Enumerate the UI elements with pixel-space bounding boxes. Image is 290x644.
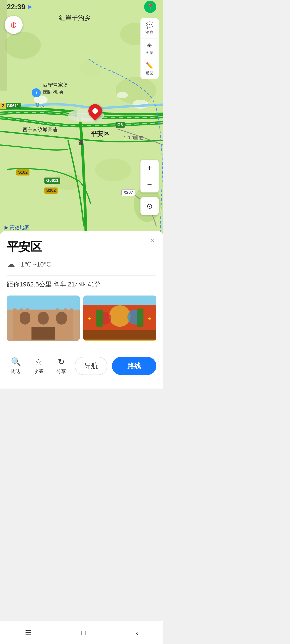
svg-rect-22: [26, 308, 29, 312]
road-badge-g2: 2: [0, 103, 6, 109]
road-badge-s102: S102: [16, 170, 30, 176]
road-badge-x207: X207: [121, 189, 135, 196]
share-button[interactable]: ↻ 分享: [52, 357, 70, 375]
temperature-text: -1℃ ~10℃: [19, 261, 51, 268]
collect-button[interactable]: ☆ 收藏: [30, 357, 48, 375]
gps-indicator: 📍: [144, 1, 156, 13]
close-button[interactable]: ×: [148, 236, 158, 246]
hamburger-icon: ☰: [25, 628, 32, 637]
svg-rect-26: [83, 297, 156, 305]
svg-rect-17: [38, 312, 49, 325]
photo-building[interactable]: [7, 296, 80, 341]
feedback-button[interactable]: ✏️ 反馈: [140, 59, 159, 79]
svg-rect-31: [96, 310, 103, 327]
my-location-button[interactable]: ⊙: [140, 197, 159, 215]
photo-festival[interactable]: ★ ★: [83, 296, 156, 341]
messages-button[interactable]: 💬 消息: [140, 18, 159, 38]
airport-label: 西宁曹家堡国际机场: [43, 82, 68, 96]
svg-point-28: [109, 305, 131, 327]
svg-rect-24: [64, 308, 67, 312]
svg-rect-19: [32, 327, 55, 340]
svg-rect-14: [7, 297, 80, 310]
map-toolbar: 💬 消息 ◈ 图层 ✏️ 反馈: [140, 18, 159, 79]
svg-rect-25: [70, 308, 73, 312]
route-button[interactable]: 路线: [112, 357, 156, 375]
layers-icon: ◈: [147, 42, 152, 49]
status-bar: 22:39 ▶ 📍: [0, 0, 163, 14]
back-button[interactable]: ‹: [129, 626, 145, 639]
location-pin: [88, 104, 102, 118]
nearby-button[interactable]: 🔍 周边: [7, 357, 25, 375]
compass[interactable]: ⊕: [5, 16, 23, 34]
messages-icon: 💬: [146, 21, 154, 29]
photo-row: ★ ★: [7, 296, 156, 341]
navigation-button[interactable]: 导航: [75, 357, 107, 375]
menu-button[interactable]: ☰: [18, 626, 38, 639]
svg-point-4: [116, 77, 156, 104]
system-nav-bar: ☰ □ ‹: [0, 621, 163, 644]
home-square-icon: □: [81, 628, 86, 637]
status-time: 22:39 ▶: [7, 3, 32, 11]
map-container[interactable]: 22:39 ▶ 📍 红崖子沟乡 ⊕ ✈ 西宁曹家堡国际机场 湟水 西宁南绕城高速…: [0, 0, 163, 238]
status-right: 📍: [144, 1, 156, 13]
weather-cloud-icon: ☁: [7, 260, 15, 269]
close-icon: ×: [151, 236, 155, 245]
svg-rect-16: [20, 312, 30, 325]
layers-button[interactable]: ◈ 图层: [140, 38, 159, 59]
svg-rect-18: [56, 312, 67, 325]
distance-text: 距你1962.5公里 驾车:21小时41分: [7, 280, 156, 289]
svg-rect-33: [83, 330, 156, 340]
home-button[interactable]: □: [75, 626, 92, 639]
svg-rect-23: [56, 308, 59, 312]
svg-point-3: [79, 59, 102, 77]
svg-text:★: ★: [148, 316, 152, 321]
location-pin-icon: 📍: [147, 4, 154, 10]
svg-point-10: [117, 92, 128, 98]
action-bar: 🔍 周边 ☆ 收藏 ↻ 分享 导航 路线: [0, 352, 163, 380]
amap-watermark: ▶ 高德地图: [5, 224, 30, 231]
road-badge-g0611b: G0611: [44, 178, 60, 184]
location-circle-icon: ⊙: [147, 202, 153, 210]
river-label: 湟水: [35, 102, 44, 109]
divider-1: [7, 275, 156, 276]
road-badge-g6: G6: [116, 122, 125, 128]
svg-point-11: [133, 100, 148, 109]
feedback-icon: ✏️: [146, 62, 154, 70]
bottom-sheet: × 平安区 ☁ -1℃ ~10℃ 距你1962.5公里 驾车:21小时41分: [0, 231, 163, 388]
amap-arrow-icon: ▶: [5, 225, 9, 230]
place-name-map-label: 平安区: [91, 130, 110, 138]
share-icon: ↻: [58, 357, 65, 366]
svg-rect-8: [0, 0, 7, 90]
zoom-in-button[interactable]: +: [140, 160, 159, 176]
star-icon: ☆: [35, 357, 42, 366]
road-badge-g0611a: G0611: [5, 103, 21, 109]
sheet-content: 平安区 ☁ -1℃ ~10℃ 距你1962.5公里 驾车:21小时41分: [0, 231, 163, 352]
navigation-arrow-icon: ▶: [28, 4, 32, 10]
zoom-out-button[interactable]: −: [140, 176, 159, 192]
svg-point-6: [95, 158, 131, 181]
place-title: 平安区: [7, 239, 156, 255]
highway-south-bypass-label: 西宁南绕城高速: [23, 126, 58, 133]
weather-row: ☁ -1℃ ~10℃: [7, 260, 156, 269]
road-badge-s202: S202: [44, 188, 58, 194]
road-109-label: 1-0-9国道: [123, 135, 143, 141]
svg-rect-20: [13, 308, 16, 312]
compass-icon: ⊕: [10, 20, 17, 30]
search-circle-icon: 🔍: [11, 357, 21, 366]
map-region-label: 红崖子沟乡: [59, 14, 91, 22]
svg-text:★: ★: [88, 316, 92, 321]
pin-head: [86, 102, 105, 121]
svg-rect-32: [137, 308, 143, 327]
svg-point-1: [5, 32, 41, 59]
zoom-controls: + −: [140, 160, 159, 192]
airport-icon: ✈: [32, 88, 41, 97]
back-chevron-icon: ‹: [136, 628, 138, 637]
svg-rect-21: [20, 308, 23, 312]
